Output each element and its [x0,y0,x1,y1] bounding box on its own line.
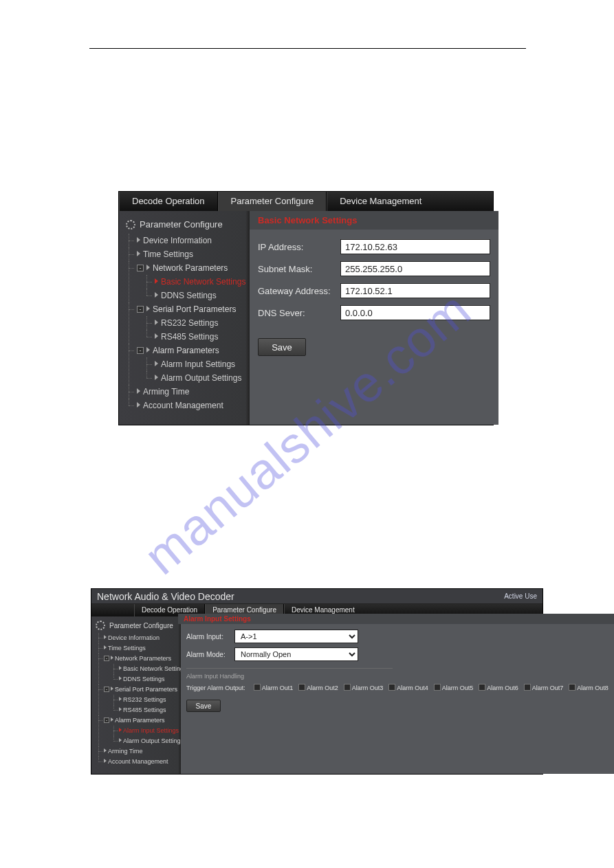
subnet-input[interactable] [340,261,490,276]
tab-device-management[interactable]: Device Management [327,192,434,211]
sidebar2-basic-network[interactable]: Basic Network Settings [111,664,179,674]
sidebar-item-alarm-in[interactable]: Alarm Input Settings [144,357,245,371]
alarm-out6-checkbox[interactable] [479,684,485,691]
titlebar: Network Audio & Video Decoder Active Use [91,589,542,604]
sidebar-item-account-mgmt[interactable]: Account Management [126,399,245,412]
gear-icon [126,220,135,230]
content-area: Basic Network Settings IP Address: Subne… [250,211,498,425]
save-button[interactable]: Save [258,338,306,356]
sidebar-2: Parameter Configure Device Information T… [91,616,181,774]
alarm-out8-label: Alarm Out8 [577,685,608,691]
dns-input[interactable] [340,305,490,320]
sidebar-item-rs232[interactable]: RS232 Settings [144,316,245,330]
ip-input[interactable] [340,239,490,254]
content-title-2: Alarm Input Settings [178,614,614,624]
sidebar: Parameter Configure Device Information T… [119,211,250,425]
gateway-label: Gateway Address: [258,286,340,296]
sidebar-item-alarm-params[interactable]: -Alarm Parameters Alarm Input Settings A… [126,344,245,385]
tree-root-label: Parameter Configure [140,219,223,230]
subnet-label: Subnet Mask: [258,264,340,274]
sidebar-item-rs485[interactable]: RS485 Settings [144,330,245,344]
tree-root-2[interactable]: Parameter Configure [96,621,179,630]
gear-icon [96,621,105,630]
alarm-out4-label: Alarm Out4 [397,685,428,691]
sidebar-item-time-settings[interactable]: Time Settings [126,247,245,261]
alarm-out5-label: Alarm Out5 [442,685,474,691]
app-title: Network Audio & Video Decoder [97,591,234,602]
alarm-handling-section: Alarm Input Handling [186,668,393,680]
page-top-rule [89,48,526,49]
alarm-out3-checkbox[interactable] [344,684,351,691]
alarm-out8-checkbox[interactable] [569,684,575,691]
alarm-out1-label: Alarm Out1 [262,685,294,691]
sidebar2-rs232[interactable]: RS232 Settings [111,695,179,705]
sidebar2-ddns[interactable]: DDNS Settings [111,674,179,685]
sidebar-item-arming-time[interactable]: Arming Time [126,385,245,399]
alarm-out2-checkbox[interactable] [298,684,305,691]
alarm-out6-label: Alarm Out6 [487,685,518,691]
ip-label: IP Address: [258,242,340,252]
sidebar-item-serial-port[interactable]: -Serial Port Parameters RS232 Settings R… [126,302,245,344]
sidebar2-rs485[interactable]: RS485 Settings [111,705,179,715]
alarm-out7-checkbox[interactable] [524,684,531,691]
tab-decode-operation[interactable]: Decode Operation [119,192,218,211]
tree-root[interactable]: Parameter Configure [126,219,245,230]
gateway-input[interactable] [340,283,490,298]
alarm-mode-label: Alarm Mode: [186,651,234,658]
sidebar2-device-info[interactable]: Device Information [96,633,179,643]
alarm-input-select[interactable]: A->1 [234,630,358,643]
sidebar2-alarm-params[interactable]: -Alarm Parameters Alarm Input Settings A… [96,715,179,746]
sidebar-item-basic-network[interactable]: Basic Network Settings [144,275,245,289]
alarm-out3-label: Alarm Out3 [352,685,384,691]
sidebar-item-network-params[interactable]: -Network Parameters Basic Network Settin… [126,261,245,302]
sidebar2-alarm-out[interactable]: Alarm Output Settings [111,736,179,746]
content-area-2: Alarm Input Settings Alarm Input: A->1 A… [181,616,614,774]
dns-label: DNS Sever: [258,308,340,318]
sidebar-item-device-info[interactable]: Device Information [126,234,245,247]
network-settings-panel: Decode Operation Parameter Configure Dev… [118,191,494,425]
alarm-mode-select[interactable]: Normally Open [234,647,358,661]
alarm-input-panel: Network Audio & Video Decoder Active Use… [91,588,543,775]
trigger-label: Trigger Alarm Output: [186,685,245,691]
sidebar-item-alarm-out[interactable]: Alarm Output Settings [144,371,245,385]
alarm-out1-checkbox[interactable] [254,684,261,691]
alarm-out5-checkbox[interactable] [434,684,441,691]
save-button-2[interactable]: Save [186,700,221,712]
sidebar2-account-mgmt[interactable]: Account Management [96,757,179,767]
alarm-out2-label: Alarm Out2 [307,685,338,691]
sidebar2-alarm-in[interactable]: Alarm Input Settings [111,726,179,736]
active-user: Active Use [504,592,537,600]
sidebar2-time-settings[interactable]: Time Settings [96,643,179,654]
sidebar2-arming-time[interactable]: Arming Time [96,746,179,757]
tab-parameter-configure[interactable]: Parameter Configure [218,192,327,211]
trigger-row: Trigger Alarm Output: Alarm Out1 Alarm O… [186,684,608,691]
sidebar2-network-params[interactable]: -Network Parameters Basic Network Settin… [96,654,179,685]
sidebar2-serial-port[interactable]: -Serial Port Parameters RS232 Settings R… [96,685,179,715]
content-title: Basic Network Settings [250,211,498,230]
alarm-out4-checkbox[interactable] [388,684,395,691]
alarm-input-label: Alarm Input: [186,633,234,641]
sidebar-item-ddns[interactable]: DDNS Settings [144,289,245,302]
tab-bar: Decode Operation Parameter Configure Dev… [119,192,493,211]
alarm-out7-label: Alarm Out7 [532,685,564,691]
